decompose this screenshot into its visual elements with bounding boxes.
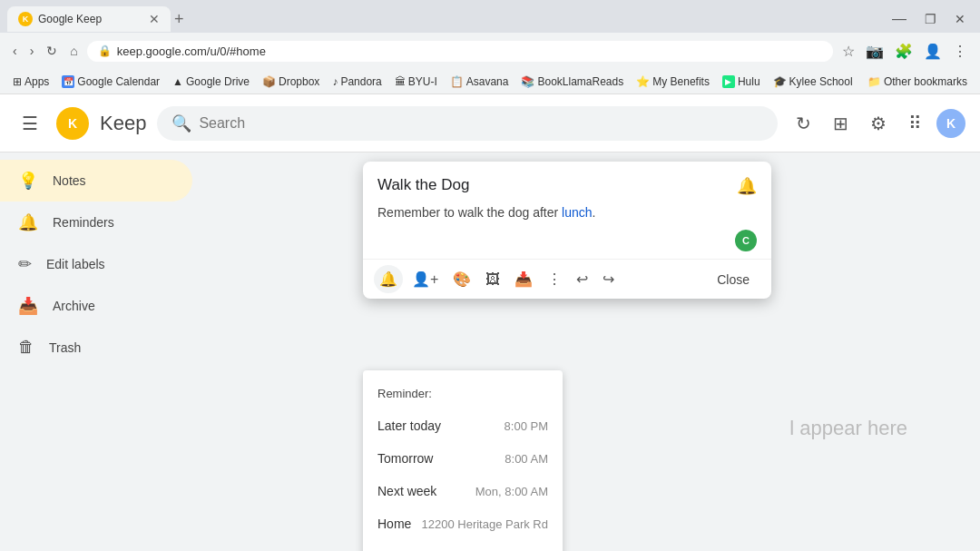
- note-card: Walk the Dog 🔔 Remember to walk the dog …: [363, 162, 771, 299]
- school-icon: 🎓: [773, 75, 787, 88]
- add-image-button[interactable]: 🖼: [480, 266, 505, 293]
- trash-icon: 🗑: [18, 338, 34, 357]
- sidebar-item-archive[interactable]: 📥 Archive: [0, 285, 192, 327]
- pencil-icon: ✏: [18, 254, 32, 274]
- dropbox-icon: 📦: [262, 75, 276, 88]
- refresh-icon[interactable]: ↻: [789, 105, 818, 142]
- reminder-work[interactable]: Work 350 Goose Ln: [363, 540, 563, 551]
- note-body-prefix: Remember to walk the dog after: [377, 205, 562, 220]
- app-header: ☰ K Keep 🔍 ↻ ⊞ ⚙ ⠿ K: [0, 94, 980, 153]
- hulu-icon: ▶: [722, 75, 735, 88]
- bookmark-dropbox[interactable]: 📦 Dropbox: [259, 74, 323, 90]
- redo-button[interactable]: ↪: [597, 265, 620, 293]
- note-title: Walk the Dog: [377, 176, 737, 194]
- keep-logo-icon: K: [56, 107, 89, 140]
- back-button[interactable]: ‹: [9, 40, 21, 62]
- toolbar-icons: ☆ 📷 🧩 👤 ⋮: [838, 39, 971, 64]
- bookmarks-bar: ⊞ Apps 📅 Google Calendar ▲ Google Drive …: [0, 69, 980, 94]
- background-color-button[interactable]: 🎨: [447, 265, 476, 293]
- reminder-dropdown: Reminder: Later today 8:00 PM Tomorrow 8…: [363, 370, 563, 551]
- content-area: l appear here Walk the Dog 🔔 Remember to…: [200, 153, 980, 551]
- sidebar-label-archive: Archive: [53, 299, 95, 313]
- tab-favicon: K: [18, 12, 33, 26]
- bookmark-byu[interactable]: 🏛 BYU-I: [391, 74, 441, 90]
- minimize-button[interactable]: —: [885, 11, 914, 27]
- restore-button[interactable]: ❐: [917, 12, 944, 26]
- bookmark-drive[interactable]: ▲ Google Drive: [169, 74, 253, 90]
- reminder-home[interactable]: Home 12200 Heritage Park Rd: [363, 507, 563, 540]
- close-button[interactable]: ✕: [947, 12, 973, 26]
- pin-icon[interactable]: 🔔: [737, 176, 757, 196]
- menu-icon[interactable]: ⋮: [949, 39, 971, 64]
- tab-close-button[interactable]: ✕: [149, 12, 160, 26]
- note-header: Walk the Dog 🔔: [363, 162, 771, 203]
- note-body-suffix: .: [593, 205, 596, 220]
- byu-icon: 🏛: [395, 75, 406, 88]
- reminder-later-today[interactable]: Later today 8:00 PM: [363, 409, 563, 442]
- note-collaborators: C: [363, 230, 771, 259]
- undo-button[interactable]: ↩: [571, 265, 593, 293]
- folder-icon: 📁: [867, 75, 881, 88]
- reminder-next-week[interactable]: Next week Mon, 8:00 AM: [363, 475, 563, 507]
- add-collaborator-button[interactable]: 👤+: [407, 265, 444, 293]
- sidebar-item-reminders[interactable]: 🔔 Reminders: [0, 202, 192, 243]
- browser-chrome: K Google Keep ✕ + — ❐ ✕ ‹ › ↻ ⌂ 🔒 keep.g…: [0, 0, 980, 94]
- bookmark-kylee[interactable]: 🎓 Kylee School: [769, 74, 857, 90]
- sidebar-label-reminders: Reminders: [53, 215, 114, 230]
- lightbulb-icon: 💡: [18, 171, 38, 191]
- book-icon: 📚: [521, 75, 534, 88]
- secure-icon: 🔒: [98, 44, 112, 57]
- bookmark-star-icon[interactable]: ☆: [838, 39, 858, 64]
- app-name: Keep: [100, 112, 146, 135]
- reminder-button[interactable]: 🔔: [374, 265, 403, 293]
- other-bookmarks[interactable]: 📁 Other bookmarks: [864, 74, 971, 90]
- sidebar-item-trash[interactable]: 🗑 Trash: [0, 327, 192, 368]
- sidebar-item-edit-labels[interactable]: ✏ Edit labels: [0, 243, 192, 285]
- address-bar[interactable]: 🔒 keep.google.com/u/0/#home: [87, 41, 833, 62]
- new-tab-button[interactable]: +: [174, 10, 184, 29]
- grid-view-icon[interactable]: ⊞: [826, 105, 856, 142]
- avatar[interactable]: K: [936, 109, 965, 138]
- pandora-icon: ♪: [332, 75, 338, 88]
- search-input[interactable]: [199, 115, 763, 132]
- more-options-button[interactable]: ⋮: [542, 265, 567, 293]
- reload-button[interactable]: ↻: [43, 40, 61, 62]
- archive-icon: 📥: [18, 296, 38, 316]
- bookmark-apps[interactable]: ⊞ Apps: [9, 74, 53, 90]
- bookmark-bookllamar[interactable]: 📚 BookLlamaReads: [517, 74, 627, 90]
- google-apps-icon[interactable]: ⠿: [901, 105, 929, 142]
- search-bar[interactable]: 🔍: [157, 106, 778, 141]
- search-icon: 🔍: [172, 113, 191, 133]
- apps-grid-icon: ⊞: [13, 75, 22, 88]
- archive-button[interactable]: 📥: [509, 265, 538, 293]
- reminder-dropdown-label: Reminder:: [363, 381, 563, 409]
- home-button[interactable]: ⌂: [66, 40, 81, 62]
- close-note-button[interactable]: Close: [706, 267, 760, 292]
- bookmark-pandora[interactable]: ♪ Pandora: [328, 74, 385, 90]
- profile-icon[interactable]: 👤: [920, 39, 946, 64]
- settings-icon[interactable]: ⚙: [863, 105, 894, 142]
- bell-icon: 🔔: [18, 212, 38, 232]
- window-controls: — ❐ ✕: [885, 11, 973, 27]
- reminder-tomorrow[interactable]: Tomorrow 8:00 AM: [363, 442, 563, 475]
- calendar-icon: 📅: [62, 75, 74, 88]
- main-layout: 💡 Notes 🔔 Reminders ✏ Edit labels 📥 Arch…: [0, 153, 980, 551]
- bookmark-calendar[interactable]: 📅 Google Calendar: [58, 74, 163, 90]
- bookmark-benefits[interactable]: ⭐ My Benefits: [632, 74, 713, 90]
- sidebar: 💡 Notes 🔔 Reminders ✏ Edit labels 📥 Arch…: [0, 153, 200, 551]
- active-tab[interactable]: K Google Keep ✕: [7, 6, 171, 32]
- tab-bar: K Google Keep ✕ + — ❐ ✕: [0, 0, 980, 33]
- extensions-icon[interactable]: 🧩: [891, 39, 916, 64]
- hamburger-menu[interactable]: ☰: [15, 105, 45, 142]
- empty-state-text: l appear here: [789, 417, 907, 440]
- note-body-highlight: lunch: [562, 205, 592, 220]
- camera-icon[interactable]: 📷: [862, 39, 887, 64]
- sidebar-item-notes[interactable]: 💡 Notes: [0, 160, 192, 202]
- drive-icon: ▲: [172, 75, 183, 88]
- collaborator-avatar: C: [735, 230, 757, 251]
- forward-button[interactable]: ›: [26, 40, 38, 62]
- bookmark-hulu[interactable]: ▶ Hulu: [719, 74, 764, 90]
- note-toolbar: 🔔 👤+ 🎨 🖼 📥 ⋮ ↩ ↪ Close: [363, 259, 771, 299]
- bookmark-asavana[interactable]: 📋 Asavana: [446, 74, 513, 90]
- sidebar-label-trash: Trash: [49, 340, 81, 355]
